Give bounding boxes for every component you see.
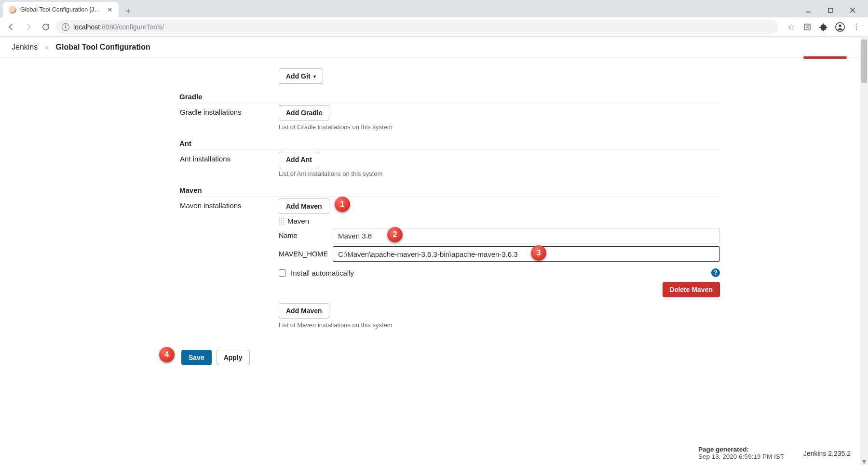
add-ant-label: Add Ant	[286, 156, 312, 163]
toolbar-right-icons: ☆ ⋮	[781, 22, 864, 32]
ant-help-text: List of Ant installations on this system	[279, 170, 720, 177]
delete-maven-button[interactable]: Delete Maven	[663, 282, 720, 297]
page-viewport: Jenkins › Global Tool Configuration Add …	[0, 37, 868, 465]
annotation-3: 3	[531, 245, 546, 261]
cutoff-red-button	[803, 56, 847, 59]
window-controls	[798, 3, 865, 17]
save-label: Save	[189, 354, 204, 361]
window-close-button[interactable]	[842, 3, 863, 17]
install-automatically-label: Install automatically	[291, 269, 354, 277]
reader-mode-icon[interactable]	[802, 22, 812, 32]
nav-forward-button[interactable]	[21, 20, 36, 34]
browser-toolbar: i localhost:8080/configureTools/ ☆ ⋮	[0, 17, 868, 37]
jenkins-favicon	[9, 6, 16, 13]
breadcrumb-root[interactable]: Jenkins	[12, 43, 38, 52]
extensions-icon[interactable]	[819, 22, 828, 32]
scroll-down-icon[interactable]: ▾	[860, 457, 868, 465]
url-path: /configureTools/	[117, 23, 164, 31]
nav-reload-button[interactable]	[39, 20, 53, 34]
drag-handle-icon[interactable]	[279, 217, 285, 225]
maven-row-label: Maven installations	[180, 199, 279, 210]
maven-name-label: Name	[279, 232, 326, 239]
maven-home-input[interactable]	[333, 246, 720, 262]
svg-rect-1	[828, 8, 833, 13]
annotation-1: 1	[335, 197, 350, 212]
page-generated-label: Page generated:	[698, 446, 784, 453]
add-maven-button[interactable]: Add Maven	[279, 199, 329, 214]
add-gradle-label: Add Gradle	[286, 109, 322, 117]
window-maximize-button[interactable]	[820, 3, 841, 17]
breadcrumb: Jenkins › Global Tool Configuration	[0, 37, 860, 58]
vertical-scrollbar[interactable]: ▴ ▾	[860, 37, 868, 465]
add-git-label: Add Git	[286, 72, 311, 80]
gradle-row-label: Gradle installations	[180, 105, 279, 116]
apply-label: Apply	[224, 354, 243, 361]
annotation-4: 4	[159, 347, 175, 362]
chevron-down-icon: ▾	[313, 74, 316, 79]
maven-block-title: Maven	[287, 217, 309, 225]
bookmark-star-icon[interactable]: ☆	[786, 22, 796, 32]
nav-back-button[interactable]	[4, 20, 18, 34]
install-automatically-checkbox[interactable]	[279, 269, 286, 277]
ant-row-label: Ant installations	[180, 152, 279, 163]
page-generated-value: Sep 13, 2020 6:59:19 PM IST	[698, 453, 784, 460]
add-maven-label-2: Add Maven	[286, 307, 322, 315]
page-content: Jenkins › Global Tool Configuration Add …	[0, 37, 860, 465]
ant-heading: Ant	[179, 139, 719, 150]
scroll-thumb[interactable]	[861, 40, 867, 83]
page-footer: Page generated: Sep 13, 2020 6:59:19 PM …	[698, 446, 851, 460]
add-maven-label: Add Maven	[286, 202, 322, 210]
profile-icon[interactable]	[835, 22, 845, 32]
url-port: :8080	[100, 23, 117, 31]
help-icon[interactable]: ?	[711, 268, 720, 277]
add-maven-button-2[interactable]: Add Maven	[279, 303, 329, 319]
tab-strip: Global Tool Configuration [Jenki ✕ ＋	[0, 0, 868, 17]
browser-chrome: Global Tool Configuration [Jenki ✕ ＋ i l…	[0, 0, 868, 37]
delete-maven-label: Delete Maven	[670, 286, 713, 293]
new-tab-button[interactable]: ＋	[122, 4, 135, 17]
maven-help-text: List of Maven installations on this syst…	[279, 321, 720, 329]
breadcrumb-current: Global Tool Configuration	[56, 43, 150, 52]
maven-heading: Maven	[179, 186, 719, 197]
add-git-button[interactable]: Add Git ▾	[279, 68, 323, 84]
annotation-2: 2	[387, 227, 403, 242]
site-info-icon[interactable]: i	[62, 23, 69, 31]
gradle-help-text: List of Gradle installations on this sys…	[279, 123, 720, 131]
close-tab-icon[interactable]: ✕	[107, 6, 113, 13]
url-host: localhost	[73, 23, 100, 31]
apply-button[interactable]: Apply	[217, 350, 250, 365]
gradle-heading: Gradle	[179, 93, 719, 103]
maven-home-label: MAVEN_HOME	[279, 250, 326, 258]
chevron-right-icon: ›	[45, 43, 48, 52]
browser-tab[interactable]: Global Tool Configuration [Jenki ✕	[3, 2, 119, 17]
svg-point-8	[839, 24, 841, 27]
add-gradle-button[interactable]: Add Gradle	[279, 105, 329, 120]
add-ant-button[interactable]: Add Ant	[279, 152, 319, 167]
kebab-menu-icon[interactable]: ⋮	[852, 22, 861, 32]
window-minimize-button[interactable]	[798, 3, 819, 17]
tab-title: Global Tool Configuration [Jenki	[20, 6, 103, 13]
save-button[interactable]: Save	[181, 350, 212, 365]
jenkins-version: Jenkins 2.235.2	[803, 446, 851, 457]
address-bar[interactable]: i localhost:8080/configureTools/	[56, 20, 778, 34]
